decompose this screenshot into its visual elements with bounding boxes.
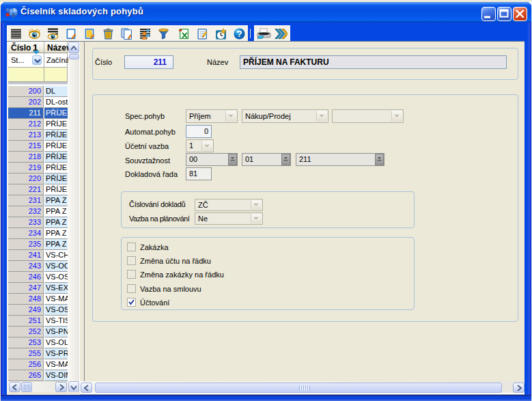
svg-text:?: ? [236,29,242,39]
